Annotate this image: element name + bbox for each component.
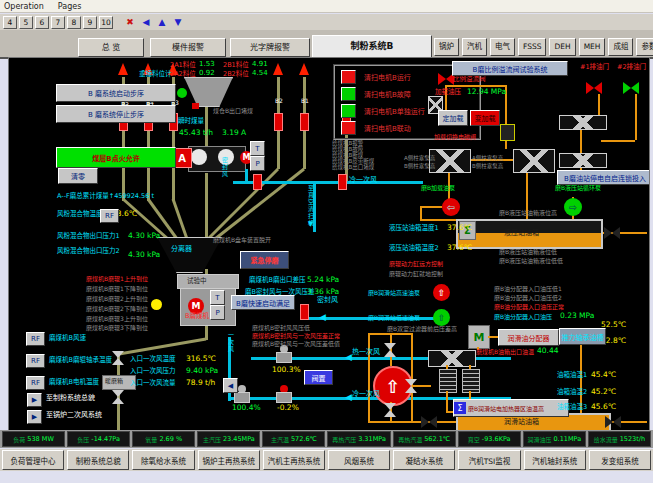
drain-valve-1-icon[interactable] — [586, 82, 602, 94]
damper-set-button[interactable]: 阀置 — [304, 370, 333, 385]
status-value: 3.31MPa — [358, 435, 386, 443]
nav-凝结水系统[interactable]: 凝结水系统 — [393, 450, 455, 470]
feeder-p-button[interactable]: P — [250, 156, 265, 171]
warm-box-label: 暖磨箱 — [105, 378, 123, 385]
coal-valve-b2-icon[interactable] — [274, 113, 283, 131]
goto-secondary-air-button[interactable]: ▶ — [27, 410, 42, 424]
cold-pa-valve-icon[interactable] — [338, 174, 347, 190]
tab-module-alarm[interactable]: 模件报警 — [150, 38, 226, 57]
tab-pulverizing-b[interactable]: 制粉系统B — [312, 35, 432, 58]
tab-annunciator-alarm[interactable]: 光字牌报警 — [230, 38, 310, 57]
loading-oil-pump[interactable]: ⇦ — [442, 198, 460, 216]
stop-sequence-button[interactable]: B 磨系统停止步序 — [56, 105, 176, 123]
page-button[interactable]: 7 — [51, 16, 65, 29]
lube-low-speed-pump[interactable]: ⇧ — [433, 309, 450, 326]
tab-overview[interactable]: 总 览 — [78, 38, 144, 57]
tab-锅炉[interactable]: 锅炉 — [434, 38, 459, 56]
nav-除氧给水系统[interactable]: 除氧给水系统 — [132, 450, 194, 470]
nav-制粉系统总貌[interactable]: 制粉系统总貌 — [67, 450, 129, 470]
mimic-canvas: M A M ▼ ◀ ◀ ◀ 清扫电机B运行清扫电机B故障清扫电机B单独运行清扫电… — [8, 57, 650, 432]
coal-valve-b1-icon[interactable] — [300, 113, 309, 131]
nav-风烟系统[interactable]: 风烟系统 — [328, 450, 390, 470]
page-button[interactable]: 6 — [35, 16, 49, 29]
loading-solenoid-group-b[interactable] — [513, 149, 555, 173]
status-label: 再热汽温 — [398, 435, 422, 444]
nav-锅炉主再热系统[interactable]: 锅炉主再热系统 — [198, 450, 260, 470]
page-button[interactable]: 4 — [3, 16, 17, 29]
delete-icon[interactable]: ✖ — [123, 16, 137, 28]
lube-gate-valve-icon[interactable] — [384, 403, 396, 417]
nav-汽机轴封系统[interactable]: 汽机轴封系统 — [524, 450, 586, 470]
menu-pages[interactable]: Pages — [58, 2, 82, 11]
oil-distributor-button[interactable]: 润滑油分配器 — [498, 329, 559, 346]
lube-high-speed-pump[interactable]: ⇧ — [433, 284, 450, 301]
cold-pa-label: 冷一次风 — [352, 391, 380, 399]
seal-pa-dp-normal-label: 磨煤机B密封风与一次风压差正常 — [252, 333, 340, 340]
mill-p-button[interactable]: P — [210, 305, 225, 320]
status-box: 给水流量1523t/h — [588, 431, 651, 447]
feeder-t-button[interactable]: T — [250, 141, 265, 156]
nav-负荷管理中心[interactable]: 负荷管理中心 — [2, 450, 64, 470]
tab-DEH[interactable]: DEH — [549, 38, 575, 56]
lube-gate-valve-icon[interactable] — [384, 343, 396, 357]
drain-solenoid-icon[interactable] — [559, 153, 607, 168]
tab-电气[interactable]: 电气 — [490, 38, 515, 56]
tab-MEH[interactable]: MEH — [579, 38, 606, 56]
up-icon[interactable]: ▲ — [155, 16, 169, 28]
rf-air-speed-button[interactable]: RF — [26, 332, 45, 346]
tank-outlet-valve-icon[interactable] — [604, 227, 620, 239]
status-box: 主汽温572.6℃ — [262, 431, 325, 447]
tab-成组[interactable]: 成组 — [608, 38, 633, 56]
tab-汽机[interactable]: 汽机 — [462, 38, 487, 56]
oil-pipe — [420, 219, 456, 221]
emergency-stop-button[interactable]: 紧急停磨 — [240, 251, 289, 269]
goto-pulverizing-overview-button[interactable]: ▶ — [27, 393, 42, 407]
pa-gate-valve-icon[interactable] — [112, 351, 124, 365]
mill-t-button[interactable]: T — [210, 290, 225, 305]
prop-valve-test-button[interactable]: B磨比例溢流阀试验系统 — [452, 61, 568, 76]
page-button[interactable]: 9 — [83, 16, 97, 29]
rf-mix-temp-button[interactable]: RF — [100, 209, 119, 223]
back-icon[interactable]: ◀ — [139, 16, 153, 28]
nav-汽机主再热系统[interactable]: 汽机主再热系统 — [263, 450, 325, 470]
oil-pipe — [601, 140, 635, 142]
lube-motor-box[interactable]: M — [468, 325, 490, 349]
quick-start-ready-button[interactable]: B磨快速启动满足 — [231, 295, 295, 310]
bunker-2a1-value: 1.53 — [199, 61, 215, 69]
pa-gate-valve-icon[interactable] — [112, 390, 124, 404]
loading-solenoid-group-a[interactable] — [429, 149, 471, 173]
cold-pa-damper2-icon[interactable] — [276, 385, 292, 403]
start-sequence-button[interactable]: B 磨系统启动步序 — [56, 84, 176, 102]
circulation-oil-pump[interactable]: ⇨ — [564, 198, 582, 216]
menu-operation[interactable]: Operation — [4, 2, 44, 11]
pa-inlet-flow-label: 入口一次风流量 — [130, 380, 176, 387]
hot-pa-damper-icon[interactable] — [276, 345, 292, 363]
ignition-permit-button[interactable]: 煤层B点火允许 — [56, 147, 176, 168]
heater-alarm-button[interactable]: Σ 磨B润滑站电加热器区油温高 — [453, 399, 569, 417]
status-label: 氧量 — [145, 435, 157, 444]
station-power-interlock-button[interactable]: B磨油站停电自启连锁投入 — [557, 170, 650, 185]
page-button[interactable]: 10 — [99, 16, 113, 29]
pa-nav-button[interactable]: ◀ — [223, 378, 238, 393]
rf-motor-temp-button[interactable]: RF — [26, 376, 45, 390]
thrust-bearing-tank-button[interactable]: 推力轴承油槽 — [559, 328, 606, 345]
seal-air-valve-icon[interactable] — [253, 174, 262, 190]
page-button[interactable]: 5 — [19, 16, 33, 29]
lube-tank-valve-icon[interactable] — [605, 416, 621, 428]
lube-gate-valve-icon[interactable] — [405, 379, 417, 393]
constant-load-button[interactable]: 定加载 — [438, 110, 468, 126]
nav-发变组系统[interactable]: 发变组系统 — [589, 450, 651, 470]
tab-FSSS[interactable]: FSSS — [518, 38, 546, 56]
clear-button[interactable]: 清零 — [58, 168, 98, 184]
variable-load-button[interactable]: 变加载 — [470, 110, 500, 126]
rf-bearing-temp-button[interactable]: RF — [26, 354, 45, 368]
lube-tank-valve-icon[interactable] — [421, 416, 437, 428]
tab-参数一览[interactable]: 参数一览 — [636, 38, 653, 56]
drain-solenoid-icon[interactable] — [559, 115, 607, 130]
down-icon[interactable]: ▼ — [171, 16, 185, 28]
page-button[interactable]: 8 — [67, 16, 81, 29]
drain-valve-2-icon[interactable] — [623, 82, 639, 94]
instant-coal-flow-value: 45.43 t/h — [179, 129, 213, 137]
nav-汽机TSI监视[interactable]: 汽机TSI监视 — [458, 450, 520, 470]
seal-air-valve-icon[interactable] — [300, 304, 309, 320]
